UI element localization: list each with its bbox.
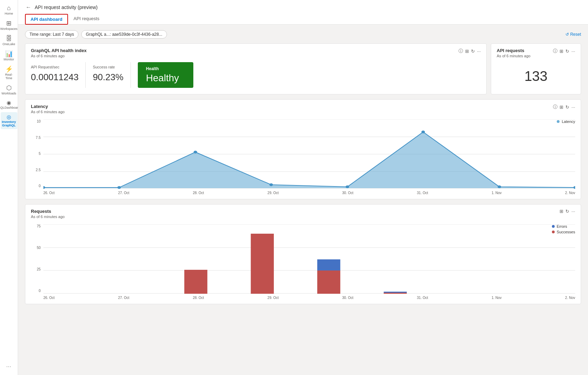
req-x-label-29oct: 29. Oct: [268, 296, 279, 300]
main-content: ← API request activity (preview) API das…: [18, 0, 588, 375]
api-request-sec-value: 0.00011243: [31, 72, 78, 83]
requests-card-header: Requests As of 6 minutes ago ⊞ ↻ ···: [31, 209, 575, 223]
realtime-icon: ⚡: [5, 66, 13, 72]
latency-title-group: Latency As of 6 minutes ago: [31, 104, 65, 118]
sidebar-item-workloads[interactable]: ⬡ Workloads: [1, 83, 17, 97]
sidebar-label-workspaces: Workspaces: [0, 27, 17, 31]
health-metrics: API Request/sec 0.00011243 Success rate …: [31, 62, 481, 88]
sidebar-item-monitor[interactable]: 📊 Monitor: [1, 49, 17, 63]
requests-legend: Errors Successes: [552, 224, 575, 234]
workspaces-icon: ⊞: [6, 20, 11, 26]
graphql-filter[interactable]: GraphQL a...: aae539de-0c3f-4436-a28...: [81, 30, 167, 39]
requests-y-axis: 75 50 25 0: [31, 224, 41, 300]
latency-legend-dot: [557, 120, 560, 123]
sidebar-label-home: Home: [5, 12, 13, 15]
x-label-26oct: 26. Oct: [43, 191, 54, 195]
req-x-label-31oct: 31. Oct: [417, 296, 428, 300]
x-label-29oct: 29. Oct: [268, 191, 279, 195]
more-options-icon-3[interactable]: ···: [571, 105, 575, 110]
reset-icon: ↺: [565, 32, 569, 37]
errors-legend-label: Errors: [557, 224, 567, 228]
bar-30oct-successes: [317, 270, 340, 294]
req-y-tick-25: 25: [37, 267, 41, 271]
refresh-icon[interactable]: ↻: [471, 49, 475, 54]
svg-point-11: [421, 131, 425, 133]
api-requests-card-header: API requests As of 6 minutes ago ⓘ ⊞ ↻ ·…: [497, 48, 575, 62]
svg-point-9: [269, 183, 273, 186]
successes-legend-label: Successes: [557, 230, 575, 234]
latency-chart-area: 10 7.5 5 2.5 0 Latency: [31, 119, 575, 195]
health-status-label: Health: [146, 66, 159, 71]
refresh-icon-4[interactable]: ↻: [565, 209, 569, 214]
req-y-tick-0: 0: [39, 289, 41, 293]
svg-point-6: [43, 186, 45, 189]
info-icon[interactable]: ⓘ: [459, 48, 463, 54]
grid-icon-3[interactable]: ⊞: [560, 105, 563, 110]
requests-card-actions: ⊞ ↻ ···: [560, 209, 575, 214]
workloads-icon: ⬡: [6, 85, 12, 91]
sidebar-item-gqldashboard[interactable]: ◉ GQLDashboard: [1, 98, 17, 111]
y-tick-75: 7.5: [36, 136, 41, 140]
grid-icon-4[interactable]: ⊞: [560, 209, 563, 214]
tab-bar: API dashboard API requests: [25, 14, 581, 24]
content-area: Time range: Last 7 days GraphQL a...: aa…: [18, 25, 588, 375]
sidebar-item-realtime[interactable]: ⚡ Real-Time: [1, 64, 17, 82]
health-index-card: GraphQL API health index As of 6 minutes…: [25, 43, 487, 94]
sidebar: ⌂ Home ⊞ Workspaces 🗄 OneLake 📊 Monitor …: [0, 0, 18, 375]
successes-legend-item: Successes: [552, 230, 575, 234]
svg-point-12: [498, 185, 501, 188]
success-rate-value: 90.23%: [93, 72, 123, 83]
reset-button[interactable]: ↺ Reset: [565, 32, 581, 37]
bar-30oct-errors: [317, 259, 340, 270]
success-rate-metric: Success rate 90.23%: [93, 62, 131, 88]
header-title-row: ← API request activity (preview): [25, 3, 581, 11]
sidebar-label-monitor: Monitor: [3, 58, 14, 61]
requests-subtitle: As of 6 minutes ago: [31, 215, 65, 219]
tab-api-dashboard[interactable]: API dashboard: [25, 14, 68, 25]
svg-point-13: [573, 186, 575, 189]
tab-api-requests-label: API requests: [74, 16, 99, 21]
bar-31oct-errors: [384, 292, 406, 293]
sidebar-item-home[interactable]: ⌂ Home: [1, 3, 17, 17]
y-tick-5: 5: [39, 152, 41, 156]
refresh-icon-2[interactable]: ↻: [565, 49, 569, 54]
grid-icon-2[interactable]: ⊞: [560, 49, 563, 54]
gqldashboard-icon: ◉: [7, 100, 11, 105]
bar-28oct-successes: [184, 270, 207, 294]
latency-x-labels: 26. Oct 27. Oct 28. Oct 29. Oct 30. Oct …: [43, 191, 575, 195]
svg-point-10: [346, 185, 349, 188]
latency-subtitle: As of 6 minutes ago: [31, 110, 65, 114]
health-status-value: Healthy: [146, 73, 179, 84]
req-x-label-28oct: 28. Oct: [193, 296, 204, 300]
refresh-icon-3[interactable]: ↻: [565, 105, 569, 110]
x-label-1nov: 1. Nov: [492, 191, 502, 195]
sidebar-item-onelake[interactable]: 🗄 OneLake: [1, 33, 17, 48]
more-options-icon-4[interactable]: ···: [571, 209, 575, 214]
req-x-label-2nov: 2. Nov: [565, 296, 575, 300]
grid-icon[interactable]: ⊞: [465, 49, 469, 54]
requests-x-labels: 26. Oct 27. Oct 28. Oct 29. Oct 30. Oct …: [43, 296, 575, 300]
success-rate-label: Success rate: [93, 65, 123, 69]
errors-legend-dot: [552, 225, 555, 228]
x-label-27oct: 27. Oct: [118, 191, 129, 195]
latency-chart-plot: Latency: [43, 119, 575, 195]
header: ← API request activity (preview) API das…: [18, 0, 588, 25]
api-requests-card: API requests As of 6 minutes ago ⓘ ⊞ ↻ ·…: [491, 43, 581, 94]
successes-legend-dot: [552, 231, 555, 233]
back-button[interactable]: ←: [25, 3, 32, 11]
x-label-30oct: 30. Oct: [342, 191, 353, 195]
sidebar-more-button[interactable]: ···: [1, 362, 17, 371]
requests-title: Requests: [31, 209, 65, 214]
sidebar-item-inventory[interactable]: ◎ Inventory GraphQL: [1, 112, 17, 129]
tab-api-requests[interactable]: API requests: [68, 14, 105, 24]
more-options-icon[interactable]: ···: [477, 49, 481, 54]
info-icon-2[interactable]: ⓘ: [553, 48, 557, 54]
time-range-filter[interactable]: Time range: Last 7 days: [25, 30, 78, 39]
sidebar-item-workspaces[interactable]: ⊞ Workspaces: [1, 18, 17, 33]
more-options-icon-2[interactable]: ···: [571, 49, 575, 54]
latency-legend-label: Latency: [562, 119, 575, 124]
x-label-2nov: 2. Nov: [565, 191, 575, 195]
req-x-label-30oct: 30. Oct: [342, 296, 353, 300]
info-icon-3[interactable]: ⓘ: [553, 104, 557, 110]
req-y-tick-75: 75: [37, 224, 41, 228]
